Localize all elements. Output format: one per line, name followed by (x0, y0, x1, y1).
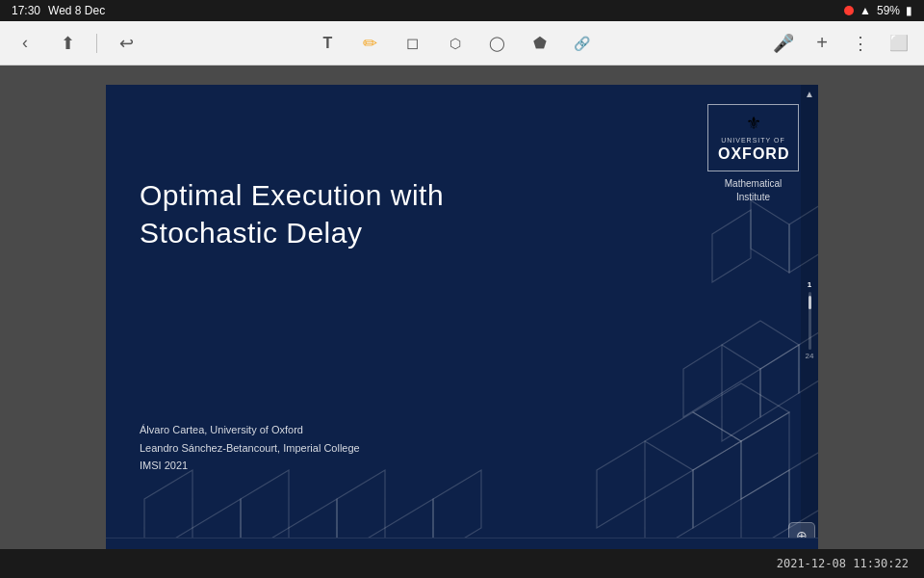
author2: Leandro Sánchez-Betancourt, Imperial Col… (140, 439, 360, 458)
svg-marker-2 (712, 210, 751, 282)
university-of-text: UNIVERSITY OF (718, 137, 788, 144)
page-current: 1 (808, 280, 811, 290)
author1: Álvaro Cartea, University of Oxford (140, 421, 360, 439)
oxford-logo: ⚜ UNIVERSITY OF OXFORD Mathematical Inst… (707, 104, 799, 204)
svg-marker-6 (722, 369, 760, 441)
battery-display: 59% (877, 4, 900, 17)
eraser-tool-button[interactable]: ◻ (399, 30, 426, 57)
toolbar-divider (96, 34, 97, 53)
scroll-thumb (808, 296, 811, 309)
mic-button[interactable]: 🎤 (770, 30, 797, 57)
shape-tool1-button[interactable]: ◯ (484, 30, 511, 57)
slide-authors: Álvaro Cartea, University of Oxford Lean… (140, 421, 360, 475)
scroll-track (808, 292, 811, 350)
link-tool-button[interactable]: 🔗 (569, 30, 596, 57)
event-label: IMSI 2021 (140, 457, 360, 475)
pen-tool-button[interactable]: ✏ (357, 30, 384, 57)
main-content: ⚜ UNIVERSITY OF OXFORD Mathematical Inst… (0, 66, 924, 578)
svg-marker-9 (693, 441, 741, 528)
svg-marker-8 (645, 412, 741, 470)
svg-marker-3 (722, 321, 799, 369)
wifi-icon: ▲ (860, 4, 871, 17)
slide-scrollbar[interactable]: ▲ 1 24 ▼ (801, 85, 818, 557)
oxford-crest: ⚜ (718, 113, 788, 134)
timestamp: 2021-12-08 11:30:22 (777, 557, 909, 570)
page-total: 24 (806, 352, 814, 361)
slide-title: Optimal Execution with Stochastic Delay (140, 176, 703, 251)
record-indicator (844, 6, 854, 15)
more-button[interactable]: ⋮ (847, 30, 874, 57)
slide-container: ⚜ UNIVERSITY OF OXFORD Mathematical Inst… (106, 85, 818, 557)
text-tool-button[interactable]: T (315, 30, 342, 57)
battery-icon: ▮ (906, 4, 912, 17)
svg-marker-10 (597, 441, 645, 528)
lasso-tool-button[interactable]: ⬡ (442, 30, 469, 57)
svg-marker-0 (751, 200, 789, 273)
oxford-name: OXFORD (718, 145, 788, 163)
svg-marker-13 (693, 383, 789, 441)
toolbar: ‹ ⬆ ↩ T ✏ ◻ ⬡ ◯ ⬟ 🔗 🎤 + ⋮ ⬜ (0, 21, 924, 66)
share-button[interactable]: ⬆ (54, 30, 81, 57)
view-button[interactable]: ⬜ (886, 30, 912, 57)
add-button[interactable]: + (808, 30, 835, 57)
time-display: 17:30 (12, 4, 40, 17)
scroll-numbers: 1 24 (806, 280, 814, 360)
undo-button[interactable]: ↩ (113, 30, 140, 57)
slide-title-text: Optimal Execution with Stochastic Delay (140, 176, 703, 251)
oxford-subtitle: Mathematical Institute (707, 177, 799, 204)
scroll-up-button[interactable]: ▲ (805, 89, 814, 99)
oxford-logo-box: ⚜ UNIVERSITY OF OXFORD (707, 104, 799, 171)
back-button[interactable]: ‹ (12, 30, 38, 57)
bottom-bar: 2021-12-08 11:30:22 (0, 549, 924, 578)
status-bar: 17:30 Wed 8 Dec ▲ 59% ▮ (0, 0, 924, 21)
shape-tool2-button[interactable]: ⬟ (526, 30, 553, 57)
date-display: Wed 8 Dec (48, 4, 105, 17)
